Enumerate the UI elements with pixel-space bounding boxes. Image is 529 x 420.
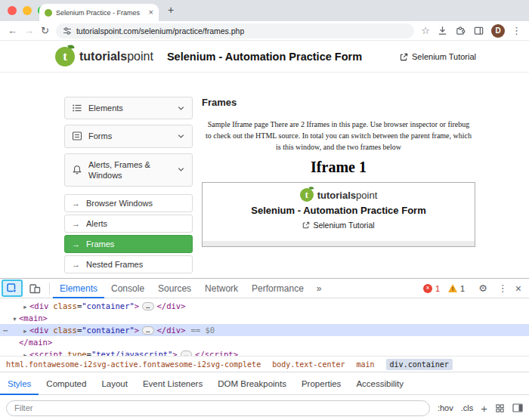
downloads-icon[interactable] xyxy=(437,25,448,36)
breadcrumb-html[interactable]: html.fontawesome-i2svg-active.fontawesom… xyxy=(6,360,261,369)
tab-title: Selenium Practice - Frames xyxy=(56,9,145,17)
styles-filter-bar: :hov .cls + xyxy=(0,395,529,420)
caret-icon[interactable]: ▾ xyxy=(11,313,19,325)
arrow-right-icon: → xyxy=(72,261,80,269)
elements-tree: ▸<divclass="container">…</div> ▾<main> ⋯… xyxy=(0,298,529,356)
frames-menu: → Browser Windows → Alerts → Frames → Ne… xyxy=(64,194,193,273)
dom-node-div-container[interactable]: ▸<divclass="container">…</div> xyxy=(0,300,529,312)
arrow-right-icon: → xyxy=(72,240,80,249)
bookmark-star-icon[interactable]: ☆ xyxy=(421,26,430,36)
iframe-1: t tutorialspoint Selenium - Automation P… xyxy=(202,182,475,247)
devtools-tab-elements[interactable]: Elements xyxy=(53,279,104,298)
accordion-alerts-frames-windows[interactable]: Alerts, Frames & Windows xyxy=(64,153,193,187)
selenium-tutorial-label: Selenium Tutorial xyxy=(313,221,374,230)
expand-inline-icon[interactable]: … xyxy=(142,302,153,310)
tab-accessibility[interactable]: Accessibility xyxy=(348,372,411,395)
more-tabs-icon[interactable]: » xyxy=(311,283,328,294)
tutorialspoint-logo[interactable]: t tutorialspoint xyxy=(55,47,153,66)
devtools-tab-network[interactable]: Network xyxy=(198,279,245,298)
extensions-puzzle-icon[interactable] xyxy=(455,25,466,36)
computed-sidebar-toggle-icon[interactable] xyxy=(512,403,523,412)
browser-menu-icon[interactable]: ⋮ xyxy=(512,26,521,36)
iframe-scrollbar[interactable] xyxy=(203,241,475,246)
address-bar[interactable]: tutorialspoint.com/selenium/practice/fra… xyxy=(56,23,414,39)
sidebar-item-frames[interactable]: → Frames xyxy=(64,235,193,253)
page-body: Elements Forms xyxy=(64,97,475,276)
logo-leaf-icon xyxy=(67,44,74,50)
new-style-rule-button[interactable]: + xyxy=(481,403,487,414)
brand-light: point xyxy=(127,50,153,63)
expand-inline-icon[interactable]: … xyxy=(142,326,153,335)
brand-light: point xyxy=(356,190,377,201)
grid-icon[interactable] xyxy=(495,403,505,413)
frames-description: Sample Iframe page There are 2 Iframes i… xyxy=(204,119,473,153)
brand-bold: tutorials xyxy=(79,50,127,63)
dom-node-main-open[interactable]: ▾<main> xyxy=(0,312,529,324)
breadcrumb-main[interactable]: main xyxy=(356,360,374,369)
tab-computed[interactable]: Computed xyxy=(39,372,94,395)
devtools-toolbar: Elements Console Sources Network Perform… xyxy=(0,279,529,298)
node-menu-icon[interactable]: ⋯ xyxy=(3,324,8,336)
devtools-menu-icon[interactable]: ⋮ xyxy=(493,283,513,293)
tab-properties[interactable]: Properties xyxy=(294,372,348,395)
selenium-tutorial-link[interactable]: Selenium Tutorial xyxy=(400,52,476,61)
breadcrumb-body[interactable]: body.text-center xyxy=(272,360,345,369)
site-settings-icon[interactable] xyxy=(63,26,72,36)
brand-bold: tutorials xyxy=(317,190,356,201)
form-icon xyxy=(72,131,82,141)
inspect-element-button[interactable] xyxy=(2,280,22,296)
profile-avatar[interactable]: D xyxy=(491,24,505,38)
breadcrumb-div-container[interactable]: div.container xyxy=(386,359,453,370)
back-icon[interactable]: ← xyxy=(8,26,17,36)
dom-node-main-close[interactable]: </main> xyxy=(0,336,529,348)
devtools-panel: Elements Console Sources Network Perform… xyxy=(0,278,529,420)
divider xyxy=(49,283,50,295)
iframe-selenium-tutorial-link[interactable]: Selenium Tutorial xyxy=(302,221,374,230)
new-tab-button[interactable]: + xyxy=(168,4,174,16)
device-toolbar-button[interactable] xyxy=(26,280,44,296)
tab-favicon-icon xyxy=(45,9,52,17)
console-errors-badge[interactable]: × 1 xyxy=(423,284,440,293)
tutorialspoint-logo-icon: t xyxy=(300,188,314,202)
accordion-forms[interactable]: Forms xyxy=(64,125,193,147)
dom-node-script[interactable]: ▸<scripttype="text/javascript">…</script… xyxy=(0,348,529,356)
page-title: Selenium - Automation Practice Form xyxy=(167,51,362,63)
arrow-right-icon: → xyxy=(72,220,80,228)
styles-filter-input[interactable] xyxy=(6,400,430,416)
sidebar-item-browser-windows[interactable]: → Browser Windows xyxy=(64,194,193,212)
accordion-elements[interactable]: Elements xyxy=(64,97,193,119)
devtools-close-icon[interactable]: × xyxy=(513,283,529,294)
console-warnings-badge[interactable]: ! 1 xyxy=(448,284,465,293)
caret-icon[interactable]: ▸ xyxy=(21,349,29,356)
devtools-settings-gear-icon[interactable]: ⚙ xyxy=(473,283,493,293)
tab-styles[interactable]: Styles xyxy=(0,372,39,395)
tab-dom-breakpoints[interactable]: DOM Breakpoints xyxy=(210,372,294,395)
logo-letter: t xyxy=(305,190,308,201)
tab-event-listeners[interactable]: Event Listeners xyxy=(135,372,210,395)
tab-layout[interactable]: Layout xyxy=(94,372,135,395)
sidebar-item-alerts[interactable]: → Alerts xyxy=(64,215,193,233)
devtools-tab-sources[interactable]: Sources xyxy=(151,279,198,298)
reload-icon[interactable]: ↻ xyxy=(41,26,49,36)
side-panel-icon[interactable] xyxy=(473,25,484,36)
url-text: tutorialspoint.com/selenium/practice/fra… xyxy=(76,26,244,36)
selected-node-hint: == $0 xyxy=(190,326,215,335)
forward-icon[interactable]: → xyxy=(24,26,34,36)
caret-icon[interactable]: ▸ xyxy=(21,301,29,313)
tab-close-icon[interactable]: × xyxy=(149,8,153,17)
devtools-tab-console[interactable]: Console xyxy=(104,279,151,298)
minimize-window-button[interactable] xyxy=(23,6,32,15)
chevron-down-icon xyxy=(177,165,185,174)
toggle-element-classes-button[interactable]: .cls xyxy=(461,403,474,412)
expand-inline-icon[interactable]: … xyxy=(181,351,192,356)
caret-icon[interactable]: ▸ xyxy=(21,325,29,337)
iframe-logo[interactable]: t tutorialspoint xyxy=(203,188,475,202)
devtools-tab-performance[interactable]: Performance xyxy=(245,279,311,298)
toggle-pseudo-classes-button[interactable]: :hov xyxy=(438,403,453,412)
browser-tab[interactable]: Selenium Practice - Frames × xyxy=(39,4,159,21)
chevron-down-icon xyxy=(177,132,185,141)
arrow-right-icon: → xyxy=(72,199,80,208)
close-window-button[interactable] xyxy=(8,6,17,15)
dom-node-div-container-selected[interactable]: ⋯▸<divclass="container">…</div>== $0 xyxy=(0,324,529,336)
sidebar-item-nested-frames[interactable]: → Nested Frames xyxy=(64,255,193,273)
